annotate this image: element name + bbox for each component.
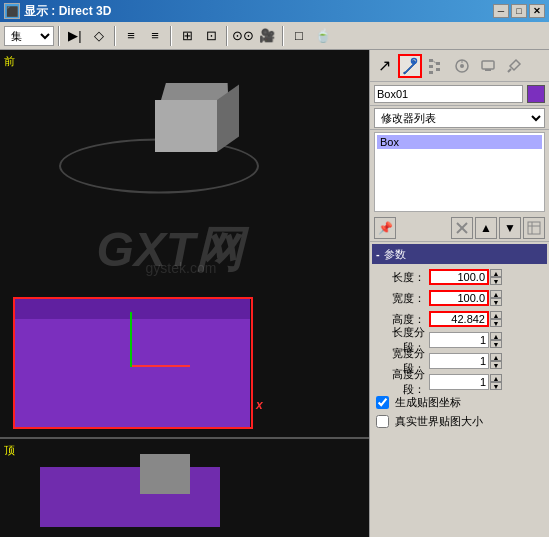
- spin-down-height-seg[interactable]: ▼: [490, 382, 502, 390]
- rt-btn-modifier[interactable]: [398, 54, 422, 78]
- right-panel: ↗: [369, 50, 549, 537]
- bottom-vp-box: [40, 467, 220, 527]
- modifier-toolbar: 📌 ▲ ▼: [370, 214, 549, 242]
- param-row-height-seg: 高度分段： ▲ ▼: [372, 372, 547, 392]
- spin-down-length[interactable]: ▼: [490, 277, 502, 285]
- param-input-wrap-width-seg: ▲ ▼: [429, 353, 545, 369]
- svg-rect-11: [485, 69, 491, 71]
- rt-btn-motion[interactable]: [450, 54, 474, 78]
- params-section: - 参数 长度： ▲ ▼ 宽度：: [370, 242, 549, 537]
- hierarchy-icon: [428, 58, 444, 74]
- param-input-width-seg[interactable]: [429, 353, 489, 369]
- param-input-height[interactable]: [429, 311, 489, 327]
- toolbar-btn-render[interactable]: ⊡: [200, 25, 222, 47]
- param-input-width[interactable]: [429, 290, 489, 306]
- viewport-label-front: 前: [4, 54, 15, 69]
- params-collapse-btn[interactable]: -: [376, 248, 380, 260]
- watermark-text: GXT网: [96, 218, 243, 282]
- mt-btn-pin[interactable]: 📌: [374, 217, 396, 239]
- modifier-dropdown-row: 修改器列表: [370, 106, 549, 130]
- svg-rect-10: [482, 61, 494, 69]
- modifier-dropdown[interactable]: 修改器列表: [374, 108, 545, 128]
- spin-up-height[interactable]: ▲: [490, 311, 502, 319]
- toolbar-btn-camera[interactable]: 🎥: [256, 25, 278, 47]
- mt-btn-move-down[interactable]: ▼: [499, 217, 521, 239]
- top-viewport[interactable]: 前 GXT网 gystek.com: [0, 50, 369, 437]
- large-box: [15, 319, 250, 427]
- right-panel-toolbar: ↗: [370, 50, 549, 82]
- close-button[interactable]: ✕: [529, 4, 545, 18]
- cube-front-face: [155, 100, 217, 152]
- object-name-input[interactable]: [374, 85, 523, 103]
- rt-btn-tools[interactable]: [502, 54, 526, 78]
- param-input-height-seg[interactable]: [429, 374, 489, 390]
- svg-point-8: [460, 64, 464, 68]
- toolbar-separator-3: [170, 26, 172, 46]
- rt-btn-display[interactable]: [476, 54, 500, 78]
- spin-up-height-seg[interactable]: ▲: [490, 374, 502, 382]
- param-input-wrap-length-seg: ▲ ▼: [429, 332, 545, 348]
- minimize-button[interactable]: ─: [493, 4, 509, 18]
- spin-btns-height-seg: ▲ ▼: [490, 374, 502, 390]
- main-area: 前 GXT网 gystek.com: [0, 50, 549, 537]
- spin-down-length-seg[interactable]: ▼: [490, 340, 502, 348]
- spin-up-length[interactable]: ▲: [490, 269, 502, 277]
- svg-rect-1: [429, 59, 433, 62]
- tools-icon: [506, 58, 522, 74]
- toolbar-btn-layers1[interactable]: ≡: [120, 25, 142, 47]
- toolbar-btn-select[interactable]: ▶|: [64, 25, 86, 47]
- modifier-list[interactable]: Box: [374, 132, 545, 212]
- viewport-area[interactable]: 前 GXT网 gystek.com: [0, 50, 369, 537]
- x-axis-label: x: [256, 398, 263, 412]
- toolbar-btn-teapot[interactable]: 🍵: [312, 25, 334, 47]
- bottom-viewport[interactable]: 顶: [0, 437, 369, 537]
- toolbar-separator-1: [58, 26, 60, 46]
- gizmo-x-axis: [130, 365, 190, 367]
- checkbox-uv[interactable]: [376, 396, 389, 409]
- checkbox-realworld[interactable]: [376, 415, 389, 428]
- toolbar-btn-box[interactable]: □: [288, 25, 310, 47]
- check-row-uv: 生成贴图坐标: [372, 393, 547, 411]
- params-header: - 参数: [372, 244, 547, 264]
- display-icon: [480, 58, 496, 74]
- toolbar-btn-diamond[interactable]: ◇: [88, 25, 110, 47]
- check-label-realworld: 真实世界贴图大小: [395, 414, 483, 429]
- spin-down-height[interactable]: ▼: [490, 319, 502, 327]
- motion-icon: [454, 58, 470, 74]
- toolbar-separator-5: [282, 26, 284, 46]
- spin-up-width[interactable]: ▲: [490, 290, 502, 298]
- spin-btns-length: ▲ ▼: [490, 269, 502, 285]
- param-label-length: 长度：: [374, 270, 429, 285]
- toolbar-btn-spheres[interactable]: ⊙⊙: [232, 25, 254, 47]
- toolbar-separator-2: [114, 26, 116, 46]
- svg-line-6: [433, 60, 436, 63]
- spin-down-width[interactable]: ▼: [490, 298, 502, 306]
- svg-rect-5: [436, 68, 440, 71]
- toolbar-btn-layers2[interactable]: ≡: [144, 25, 166, 47]
- spin-down-width-seg[interactable]: ▼: [490, 361, 502, 369]
- spin-up-length-seg[interactable]: ▲: [490, 332, 502, 340]
- rt-btn-hierarchy[interactable]: [424, 54, 448, 78]
- toolbar-separator-4: [226, 26, 228, 46]
- modifier-item-box[interactable]: Box: [377, 135, 542, 149]
- object-color-swatch[interactable]: [527, 85, 545, 103]
- spin-btns-length-seg: ▲ ▼: [490, 332, 502, 348]
- viewport-split: 前 GXT网 gystek.com: [0, 50, 369, 537]
- rt-btn-arrow[interactable]: ↗: [372, 54, 396, 78]
- modifier-icon: [401, 57, 419, 75]
- maximize-button[interactable]: □: [511, 4, 527, 18]
- param-input-wrap-height-seg: ▲ ▼: [429, 374, 545, 390]
- main-toolbar: 集 ▶| ◇ ≡ ≡ ⊞ ⊡ ⊙⊙ 🎥 □ 🍵: [0, 22, 549, 50]
- title-buttons[interactable]: ─ □ ✕: [493, 4, 545, 18]
- check-row-realworld: 真实世界贴图大小: [372, 412, 547, 430]
- param-input-length-seg[interactable]: [429, 332, 489, 348]
- toolbar-dropdown[interactable]: 集: [4, 26, 54, 46]
- check-label-uv: 生成贴图坐标: [395, 395, 461, 410]
- mt-btn-config[interactable]: [523, 217, 545, 239]
- window-title: 显示 : Direct 3D: [24, 3, 111, 20]
- toolbar-btn-grid[interactable]: ⊞: [176, 25, 198, 47]
- spin-up-width-seg[interactable]: ▲: [490, 353, 502, 361]
- param-input-length[interactable]: [429, 269, 489, 285]
- mt-btn-delete[interactable]: [451, 217, 473, 239]
- mt-btn-move-up[interactable]: ▲: [475, 217, 497, 239]
